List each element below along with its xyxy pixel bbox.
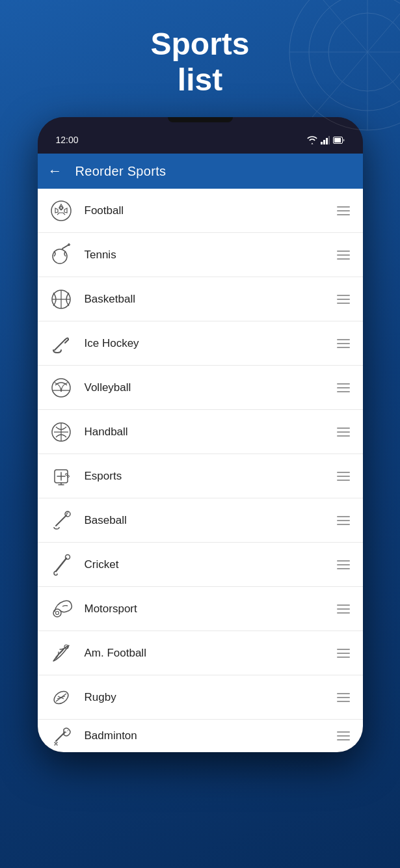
svg-point-24 [65,473,67,475]
drag-handle-baseball[interactable] [334,513,353,528]
motorsport-icon [48,596,74,622]
basketball-icon [48,286,74,312]
signal-icon [321,136,330,144]
page-title-area: Sports list [0,0,400,117]
sport-item-baseball[interactable]: Baseball [38,498,363,543]
sport-name-football: Football [85,204,324,217]
esports-icon [48,463,74,489]
sport-item-motorsport[interactable]: Motorsport [38,587,363,631]
sport-name-basketball: Basketball [85,293,324,306]
sport-item-am-football[interactable]: Am. Football [38,631,363,675]
sport-name-handball: Handball [85,426,324,439]
handball-icon [48,419,74,445]
app-header: ← Reorder Sports [38,154,363,189]
ice-hockey-icon [48,331,74,357]
svg-rect-7 [321,142,323,144]
sport-name-motorsport: Motorsport [85,603,324,616]
sport-name-badminton: Badminton [85,729,324,742]
battery-icon [333,137,345,144]
drag-handle-basketball[interactable] [334,292,353,306]
sport-item-badminton[interactable]: Badminton [38,720,363,752]
sport-name-tennis: Tennis [85,249,324,262]
drag-handle-handball[interactable] [334,425,353,439]
sport-name-baseball: Baseball [85,514,324,527]
volleyball-icon [48,375,74,401]
svg-rect-12 [334,138,341,142]
drag-handle-esports[interactable] [334,469,353,483]
drag-handle-tennis[interactable] [334,248,353,262]
sport-name-cricket: Cricket [85,558,324,571]
drag-handle-football[interactable] [334,204,353,218]
notch-bar [168,117,233,122]
svg-point-19 [52,379,70,397]
svg-rect-8 [323,140,325,144]
phone-frame: 12:00 ← Reorder Spo [38,117,363,752]
sport-name-rugby: Rugby [85,691,324,704]
cricket-icon [48,552,74,578]
status-time: 12:00 [56,135,79,145]
back-button[interactable]: ← [48,163,62,180]
drag-handle-am-football[interactable] [334,646,353,660]
sport-item-basketball[interactable]: Basketball [38,277,363,321]
status-bar: 12:00 [38,122,363,154]
wifi-icon [307,136,317,144]
rugby-icon [48,685,74,711]
svg-line-26 [56,515,66,526]
sport-item-tennis[interactable]: Tennis [38,233,363,277]
svg-rect-10 [328,136,330,144]
drag-handle-volleyball[interactable] [334,381,353,395]
svg-point-14 [53,249,67,264]
svg-point-27 [65,511,70,517]
svg-line-18 [55,340,65,350]
sport-name-volleyball: Volleyball [85,381,324,394]
sport-item-ice-hockey[interactable]: Ice Hockey [38,321,363,366]
sport-item-cricket[interactable]: Cricket [38,543,363,587]
svg-point-25 [67,475,69,477]
page-title: Sports list [150,26,249,98]
svg-point-29 [53,609,61,617]
svg-point-28 [65,554,70,559]
header-title: Reorder Sports [75,164,167,179]
sport-name-esports: Esports [85,470,324,483]
sport-name-am-football: Am. Football [85,647,324,660]
drag-handle-cricket[interactable] [334,558,353,572]
drag-handle-rugby[interactable] [334,690,353,705]
drag-handle-badminton[interactable] [334,729,353,743]
football-icon [48,198,74,224]
sport-item-rugby[interactable]: Rugby [38,675,363,720]
tennis-icon [48,242,74,268]
sport-item-football[interactable]: Football [38,189,363,233]
sports-list: Football Tennis [38,189,363,752]
baseball-icon [48,508,74,534]
drag-handle-motorsport[interactable] [334,602,353,616]
badminton-icon [48,723,74,749]
drag-handle-ice-hockey[interactable] [334,336,353,351]
phone-notch [38,117,363,122]
sport-item-esports[interactable]: Esports [38,454,363,498]
sport-item-volleyball[interactable]: Volleyball [38,366,363,410]
status-icons [307,136,345,144]
svg-rect-9 [326,138,328,144]
sport-item-handball[interactable]: Handball [38,410,363,454]
svg-point-30 [55,611,59,614]
sport-name-ice-hockey: Ice Hockey [85,337,324,350]
am-football-icon [48,640,74,666]
